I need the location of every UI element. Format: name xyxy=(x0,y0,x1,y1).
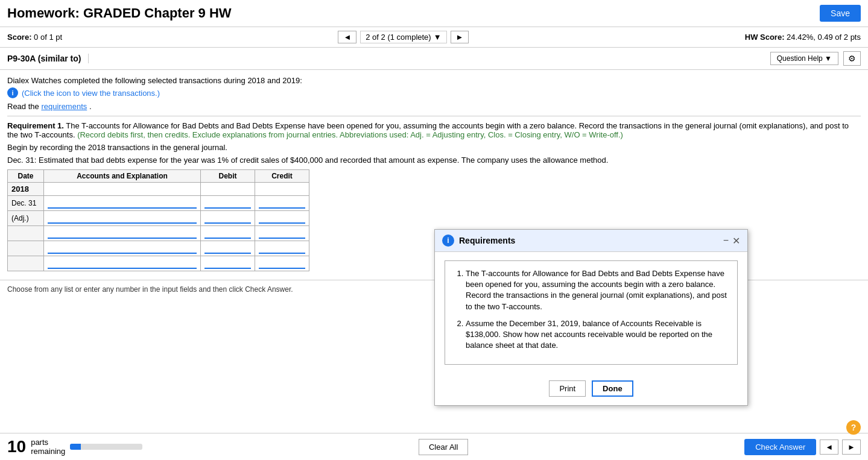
col-header-date: Date xyxy=(8,170,44,183)
req1-green: (Record debits first, then credits. Excl… xyxy=(77,130,623,139)
debit-input-4[interactable] xyxy=(204,243,251,254)
score-display: Score: 0 of 1 pt xyxy=(7,33,62,42)
view-transactions-link[interactable]: (Click the icon to view the transactions… xyxy=(22,89,160,98)
dropdown-arrow-icon: ▼ xyxy=(434,33,442,42)
journal-table: Date Accounts and Explanation Debit Cred… xyxy=(7,169,309,271)
settings-button[interactable]: ⚙ xyxy=(843,51,861,66)
begin-text: Begin by recording the 2018 transactions… xyxy=(7,143,861,152)
question-help-button[interactable]: Question Help ▼ xyxy=(770,52,838,65)
credit-input-cell-1[interactable] xyxy=(255,196,309,211)
credit-input-5[interactable] xyxy=(259,258,305,269)
modal-close-button[interactable]: ✕ xyxy=(732,235,740,247)
debit-input-3[interactable] xyxy=(204,228,251,239)
modal-header: i Requirements − ✕ xyxy=(435,230,747,252)
modal-body: The T-accounts for Allowance for Bad Deb… xyxy=(435,252,747,298)
col-header-accounts: Accounts and Explanation xyxy=(44,170,201,183)
blank-date-4 xyxy=(8,241,44,256)
acct-input-cell-2[interactable] xyxy=(44,211,201,226)
nav-label: 2 of 2 (1 complete) xyxy=(366,33,431,42)
modal-title: Requirements xyxy=(459,236,515,245)
adj-cell: (Adj.) xyxy=(8,211,44,226)
question-id: P9-30A (similar to) xyxy=(7,54,89,63)
save-button[interactable]: Save xyxy=(820,5,861,22)
table-row-4 xyxy=(8,241,309,256)
hw-score-label: HW Score: xyxy=(745,33,785,42)
credit-input-cell-5[interactable] xyxy=(255,256,309,271)
hw-score-display: HW Score: 24.42%, 0.49 of 2 pts xyxy=(745,33,861,42)
credit-input-cell-3[interactable] xyxy=(255,226,309,241)
blank-date-3 xyxy=(8,226,44,241)
modal-info-icon: i xyxy=(442,235,454,247)
modal-title-area: i Requirements xyxy=(442,235,515,247)
score-value: 0 of 1 pt xyxy=(34,33,62,42)
next-question-button[interactable]: ► xyxy=(451,31,469,43)
icon-link-line: i (Click the icon to view the transactio… xyxy=(7,87,861,98)
year-cell: 2018 xyxy=(8,183,44,196)
score-bar: Score: 0 of 1 pt ◄ 2 of 2 (1 complete) ▼… xyxy=(0,27,868,48)
acct-input-4[interactable] xyxy=(48,243,197,254)
acct-input-cell-5[interactable] xyxy=(44,256,201,271)
acct-input-cell-3[interactable] xyxy=(44,226,201,241)
blank-date-5 xyxy=(8,256,44,271)
credit-year-cell xyxy=(255,183,309,196)
debit-input-2[interactable] xyxy=(204,213,251,224)
dec31-text: Dec. 31: Estimated that bad debts expens… xyxy=(7,156,861,165)
debit-input-cell-3[interactable] xyxy=(201,226,255,241)
debit-input-cell-5[interactable] xyxy=(201,256,255,271)
requirement-1: The T-accounts for Allowance for Bad Deb… xyxy=(466,268,727,298)
req1-paragraph: Requirement 1. The T-accounts for Allowa… xyxy=(7,121,861,139)
requirements-list: The T-accounts for Allowance for Bad Deb… xyxy=(455,268,727,298)
credit-input-1[interactable] xyxy=(259,198,305,209)
navigation-area: ◄ 2 of 2 (1 complete) ▼ ► xyxy=(338,31,469,43)
table-row-year: 2018 xyxy=(8,183,309,196)
score-label: Score: xyxy=(7,33,31,42)
page-header: Homework: GRADED Chapter 9 HW Save xyxy=(0,0,868,27)
requirements-link[interactable]: requirements xyxy=(41,102,87,111)
col-header-credit: Credit xyxy=(255,170,309,183)
credit-input-3[interactable] xyxy=(259,228,305,239)
acct-input-2[interactable] xyxy=(48,213,197,224)
read-req-line: Read the requirements . xyxy=(7,102,861,111)
acct-input-cell-4[interactable] xyxy=(44,241,201,256)
acct-input-cell-1[interactable] xyxy=(44,196,201,211)
debit-input-1[interactable] xyxy=(204,198,251,209)
debit-input-cell-1[interactable] xyxy=(201,196,255,211)
intro-text: Dialex Watches completed the following s… xyxy=(7,76,861,85)
debit-input-5[interactable] xyxy=(204,258,251,269)
modal-controls: − ✕ xyxy=(723,235,740,247)
credit-input-cell-2[interactable] xyxy=(255,211,309,226)
date-cell-1: Dec. 31 xyxy=(8,196,44,211)
debit-input-cell-2[interactable] xyxy=(201,211,255,226)
requirements-modal: i Requirements − ✕ The T-accounts for Al… xyxy=(434,229,748,298)
credit-input-2[interactable] xyxy=(259,213,305,224)
col-header-debit: Debit xyxy=(201,170,255,183)
question-header: P9-30A (similar to) Question Help ▼ ⚙ xyxy=(0,48,868,70)
table-row-5 xyxy=(8,256,309,271)
acct-input-5[interactable] xyxy=(48,258,197,269)
table-row-3 xyxy=(8,226,309,241)
credit-input-cell-4[interactable] xyxy=(255,241,309,256)
modal-requirements-box: The T-accounts for Allowance for Bad Deb… xyxy=(445,260,738,298)
debit-year-cell xyxy=(201,183,255,196)
hw-score-value: 24.42%, 0.49 of 2 pts xyxy=(787,33,861,42)
debit-input-cell-4[interactable] xyxy=(201,241,255,256)
prev-question-button[interactable]: ◄ xyxy=(338,31,356,43)
table-row-2: (Adj.) xyxy=(8,211,309,226)
table-row-1: Dec. 31 xyxy=(8,196,309,211)
acct-year-cell xyxy=(44,183,201,196)
gear-icon: ⚙ xyxy=(848,54,856,63)
question-help-area: Question Help ▼ ⚙ xyxy=(770,51,861,66)
question-nav-dropdown[interactable]: 2 of 2 (1 complete) ▼ xyxy=(360,31,446,43)
page-title: Homework: GRADED Chapter 9 HW xyxy=(7,5,232,21)
credit-input-4[interactable] xyxy=(259,243,305,254)
req1-bold: Requirement 1. xyxy=(7,121,64,130)
info-icon[interactable]: i xyxy=(7,87,18,98)
acct-input-3[interactable] xyxy=(48,228,197,239)
acct-input-1[interactable] xyxy=(48,198,197,209)
modal-minimize-button[interactable]: − xyxy=(723,235,729,247)
